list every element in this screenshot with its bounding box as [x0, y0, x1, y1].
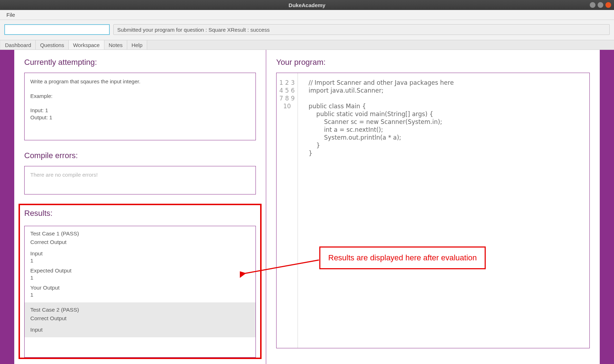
attempting-title: Currently attempting:: [24, 58, 256, 67]
tc1-sub: Correct Output: [30, 239, 250, 245]
tc1-input: 1: [30, 258, 250, 264]
results-title: Results:: [24, 209, 256, 218]
minimize-icon[interactable]: [590, 2, 595, 8]
code-editor[interactable]: 1 2 3 4 5 6 7 8 9 10 // Import Scanner a…: [276, 73, 590, 348]
program-title: Your program:: [276, 58, 590, 67]
tc1-expected: 1: [30, 275, 250, 281]
tc1-your: 1: [30, 292, 250, 298]
compile-errors-box: There are no compile errors!: [24, 166, 256, 194]
content-area: Currently attempting: Write a program th…: [0, 50, 614, 364]
annotation-callout: Results are displayed here after evaluat…: [319, 246, 486, 269]
tabstrip: Dashboard Questions Workspace Notes Help: [0, 40, 614, 50]
tc2-sub: Correct Output: [30, 315, 250, 322]
right-pane: Your program: 1 2 3 4 5 6 7 8 9 10 // Im…: [266, 50, 600, 364]
menu-file[interactable]: File: [4, 10, 18, 19]
window-titlebar: DukeAcademy: [0, 0, 614, 10]
line-gutter: 1 2 3 4 5 6 7 8 9 10: [277, 73, 298, 348]
window-title: DukeAcademy: [0, 2, 614, 8]
tab-workspace[interactable]: Workspace: [69, 40, 104, 50]
tc2-header: Test Case 2 (PASS): [30, 307, 250, 313]
compile-errors-text: There are no compile errors!: [30, 172, 98, 178]
tc1-input-label: Input: [30, 250, 250, 257]
left-pane: Currently attempting: Write a program th…: [14, 50, 266, 364]
code-text[interactable]: // Import Scanner and other Java package…: [298, 73, 454, 348]
testcase-1: Test Case 1 (PASS) Correct Output Input …: [25, 226, 256, 302]
tc2-input-label: Input: [30, 327, 250, 333]
testcase-2: Test Case 2 (PASS) Correct Output Input: [25, 302, 256, 337]
command-row: Submitted your program for question : Sq…: [0, 20, 614, 40]
tab-questions[interactable]: Questions: [36, 40, 69, 50]
tc1-header: Test Case 1 (PASS): [30, 230, 250, 237]
problem-statement-box: Write a program that sqaures the input i…: [24, 73, 256, 140]
tab-dashboard[interactable]: Dashboard: [1, 40, 36, 50]
status-message: Submitted your program for question : Sq…: [113, 24, 610, 35]
tc1-expected-label: Expected Output: [30, 267, 250, 274]
results-highlight: Results: Test Case 1 (PASS) Correct Outp…: [19, 204, 262, 359]
close-icon[interactable]: [605, 2, 611, 8]
tab-help[interactable]: Help: [127, 40, 147, 50]
compile-errors-title: Compile errors:: [24, 151, 256, 160]
results-box[interactable]: Test Case 1 (PASS) Correct Output Input …: [24, 226, 256, 358]
maximize-icon[interactable]: [598, 2, 603, 8]
command-input[interactable]: [4, 24, 110, 35]
tc1-your-label: Your Output: [30, 285, 250, 291]
tab-notes[interactable]: Notes: [104, 40, 127, 50]
menubar: File: [0, 10, 614, 20]
window-controls: [590, 2, 611, 8]
